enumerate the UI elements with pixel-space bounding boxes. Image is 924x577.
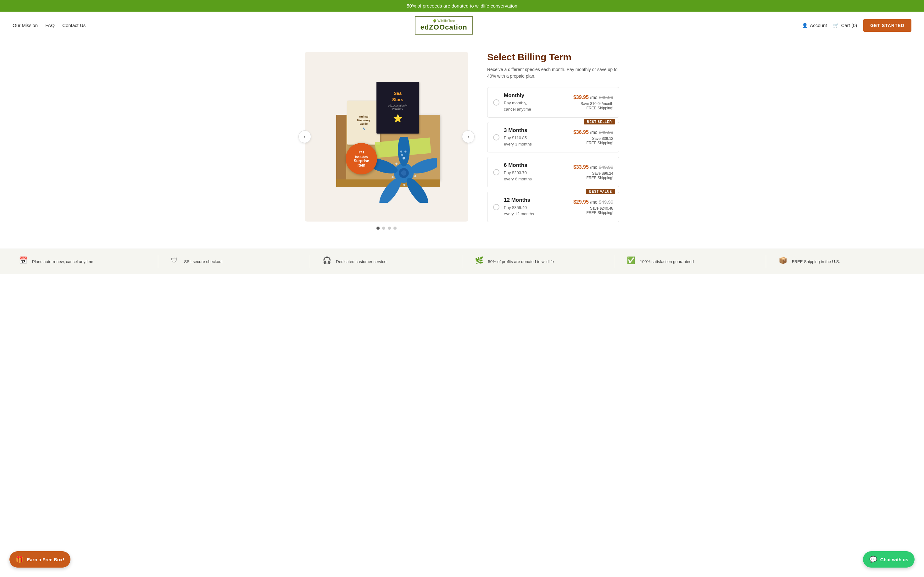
billing-info-6months: 6 Months Pay $203.70 every 6 months xyxy=(504,162,569,182)
box-icon: 📦 xyxy=(779,256,789,266)
price-unit-6months: /mo xyxy=(590,165,597,170)
billing-name-monthly: Monthly xyxy=(504,92,569,99)
header-nav: Our Mission FAQ Contact Us xyxy=(13,23,86,28)
carousel-dot-3[interactable] xyxy=(388,227,391,230)
headset-icon: 🎧 xyxy=(323,256,333,266)
carousel-prev-button[interactable]: ‹ xyxy=(299,131,311,143)
billing-detail-6months: Pay $203.70 every 6 months xyxy=(504,170,569,182)
nav-our-mission[interactable]: Our Mission xyxy=(13,23,38,28)
price-shipping-6months: FREE Shipping! xyxy=(573,176,613,180)
price-unit-12months: /mo xyxy=(590,200,597,205)
footer-divider-4 xyxy=(614,255,614,268)
billing-name-12months: 12 Months xyxy=(504,197,569,203)
price-current-6months: $33.95 xyxy=(573,164,589,170)
price-original-6months: $49.99 xyxy=(599,164,613,170)
svg-point-7 xyxy=(414,175,417,177)
nav-faq[interactable]: FAQ xyxy=(45,23,55,28)
footer-feature-customer-service: 🎧 Dedicated customer service xyxy=(323,256,449,266)
cart-link[interactable]: 🛒 Cart (0) xyxy=(833,23,857,28)
billing-subtitle: Receive a different species each month. … xyxy=(487,66,619,79)
logo-wildlife-tree: 🌳 Wildlife Tree xyxy=(420,19,467,23)
footer-ssl-text: SSL secure checkout xyxy=(184,259,222,264)
price-current-12months: $29.95 xyxy=(573,199,589,205)
get-started-button[interactable]: GET STARTED xyxy=(863,19,911,32)
top-banner: 50% of proceeds are donated to wildlife … xyxy=(0,0,924,11)
account-link[interactable]: 👤 Account xyxy=(802,23,827,28)
header-right: 👤 Account 🛒 Cart (0) GET STARTED xyxy=(802,19,911,32)
carousel-dots xyxy=(305,227,468,230)
site-logo[interactable]: 🌳 Wildlife Tree edZOOcation xyxy=(415,16,473,35)
leaf-icon: 🌿 xyxy=(475,256,485,266)
price-unit-3months: /mo xyxy=(590,130,597,135)
billing-radio-6months[interactable] xyxy=(493,169,499,176)
price-original-12months: $49.99 xyxy=(599,199,613,205)
price-save-3months: Save $39.12 xyxy=(573,136,613,141)
starfish-plush xyxy=(371,137,437,203)
billing-info-monthly: Monthly Pay monthly, cancel anytime xyxy=(504,92,569,112)
billing-radio-3months[interactable] xyxy=(493,134,499,140)
account-icon: 👤 xyxy=(802,23,808,28)
box-left-side xyxy=(336,115,346,181)
billing-radio-12months[interactable] xyxy=(493,204,499,210)
billing-section: Select Billing Term Receive a different … xyxy=(487,52,619,227)
billing-option-3months[interactable]: BEST SELLER 3 Months Pay $110.85 every 3… xyxy=(487,122,619,152)
price-save-monthly: Save $10.04/month xyxy=(573,102,613,106)
billing-option-12months[interactable]: BEST VALUE 12 Months Pay $359.40 every 1… xyxy=(487,192,619,222)
carousel-dot-4[interactable] xyxy=(393,227,397,230)
billing-price-3months: $36.95 /mo $49.99 Save $39.12 FREE Shipp… xyxy=(573,129,613,145)
svg-point-13 xyxy=(400,150,402,152)
banner-text: 50% of proceeds are donated to wildlife … xyxy=(407,3,517,8)
billing-title: Select Billing Term xyxy=(487,52,619,63)
carousel-dot-1[interactable] xyxy=(376,227,380,230)
billing-name-6months: 6 Months xyxy=(504,162,569,168)
price-shipping-3months: FREE Shipping! xyxy=(573,141,613,145)
price-save-6months: Save $96.24 xyxy=(573,171,613,176)
footer-satisfaction-text: 100% satisfaction guaranteed xyxy=(640,259,694,264)
main-content: ‹ › AnimalDiscoveryGuide 🐾 SeaStars e xyxy=(242,39,682,242)
billing-info-12months: 12 Months Pay $359.40 every 12 months xyxy=(504,197,569,217)
best-seller-badge: BEST SELLER xyxy=(584,119,615,124)
svg-point-4 xyxy=(376,175,405,203)
svg-point-12 xyxy=(404,150,406,152)
header: Our Mission FAQ Contact Us 🌳 Wildlife Tr… xyxy=(0,11,924,39)
svg-point-9 xyxy=(391,176,394,179)
billing-radio-monthly[interactable] xyxy=(493,99,499,106)
footer-divider-3 xyxy=(462,255,462,268)
nav-contact-us[interactable]: Contact Us xyxy=(62,23,86,28)
price-unit-monthly: /mo xyxy=(590,95,597,100)
svg-point-3 xyxy=(403,175,432,203)
book-sea-stars: SeaStars edZOOcation™Readers ⭐ xyxy=(376,82,419,134)
svg-point-6 xyxy=(402,157,405,160)
footer-divider-2 xyxy=(310,255,310,268)
price-current-monthly: $39.95 xyxy=(573,95,589,100)
svg-point-8 xyxy=(403,184,406,186)
footer-wildlife-text: 50% of profits are donated to wildlife xyxy=(488,259,554,264)
product-image-container: ‹ › AnimalDiscoveryGuide 🐾 SeaStars e xyxy=(305,52,468,222)
account-label: Account xyxy=(810,23,827,28)
billing-detail-monthly: Pay monthly, cancel anytime xyxy=(504,100,569,112)
carousel-dot-2[interactable] xyxy=(382,227,385,230)
price-original-3months: $49.99 xyxy=(599,129,613,135)
footer-autorenew-text: Plans auto-renew, cancel anytime xyxy=(32,259,93,264)
price-original-monthly: $49.99 xyxy=(599,95,613,100)
billing-detail-12months: Pay $359.40 every 12 months xyxy=(504,205,569,217)
best-value-badge: BEST VALUE xyxy=(586,189,615,194)
product-image-area: ‹ › AnimalDiscoveryGuide 🐾 SeaStars e xyxy=(305,52,468,230)
footer-feature-satisfaction: ✅ 100% satisfaction guaranteed xyxy=(627,256,753,266)
footer-customer-service-text: Dedicated customer service xyxy=(336,259,386,264)
carousel-next-button[interactable]: › xyxy=(462,131,475,143)
checkmark-icon: ✅ xyxy=(627,256,637,266)
billing-option-monthly[interactable]: Monthly Pay monthly, cancel anytime $39.… xyxy=(487,87,619,118)
billing-price-monthly: $39.95 /mo $49.99 Save $10.04/month FREE… xyxy=(573,95,613,110)
product-box-illustration: AnimalDiscoveryGuide 🐾 SeaStars edZOOcat… xyxy=(327,68,446,206)
cart-icon: 🛒 xyxy=(833,23,839,28)
price-save-12months: Save $240.48 xyxy=(573,206,613,211)
billing-option-6months[interactable]: 6 Months Pay $203.70 every 6 months $33.… xyxy=(487,157,619,187)
footer-feature-ssl: 🛡 SSL secure checkout xyxy=(171,256,297,266)
calendar-icon: 📅 xyxy=(19,256,29,266)
footer-divider-5 xyxy=(766,255,766,268)
svg-point-11 xyxy=(401,154,403,156)
billing-price-6months: $33.95 /mo $49.99 Save $96.24 FREE Shipp… xyxy=(573,164,613,180)
svg-point-10 xyxy=(395,163,398,165)
price-shipping-12months: FREE Shipping! xyxy=(573,211,613,215)
